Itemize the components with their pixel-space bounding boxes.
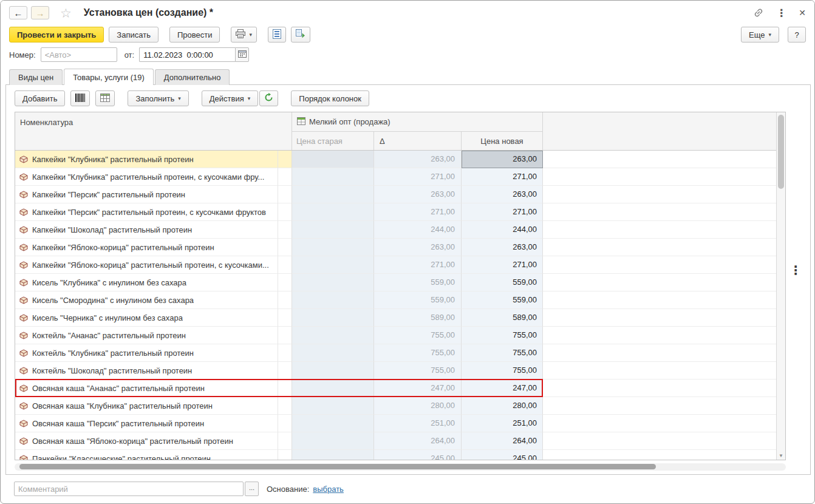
- price-group-header[interactable]: Мелкий опт (продажа): [292, 112, 542, 132]
- row-nomenclature-cell[interactable]: Коктейль "Ананас" растительный протеин: [15, 327, 278, 344]
- table-row[interactable]: Капкейки "Персик" растительный протеин 2…: [15, 186, 776, 203]
- date-input[interactable]: [139, 47, 235, 62]
- comment-more-button[interactable]: ...: [245, 482, 259, 496]
- row-spacer-cell[interactable]: [278, 327, 292, 344]
- row-delta-cell[interactable]: 251,00: [374, 415, 462, 432]
- table-row[interactable]: Кисель "Смородина" с инулином без сахара…: [15, 291, 776, 309]
- row-nomenclature-cell[interactable]: Капкейки "Клубника" растительный протеин…: [15, 168, 278, 186]
- document-list-button[interactable]: [268, 27, 286, 43]
- add-button[interactable]: Добавить: [15, 90, 65, 106]
- row-delta-cell[interactable]: 755,00: [374, 344, 462, 362]
- tab-price-types[interactable]: Виды цен: [9, 69, 63, 85]
- fill-button[interactable]: Заполнить ▾: [128, 90, 188, 106]
- table-row[interactable]: Капкейки "Клубника" растительный протеин…: [15, 168, 776, 186]
- row-spacer-cell[interactable]: [278, 415, 292, 432]
- table-row[interactable]: Капкейки "Яблоко-корица" растительный пр…: [15, 256, 776, 274]
- row-old-price-cell[interactable]: [292, 327, 374, 344]
- row-spacer-cell[interactable]: [278, 362, 292, 380]
- row-nomenclature-cell[interactable]: Овсяная каша "Яблоко-корица" растительны…: [15, 432, 278, 450]
- table-row[interactable]: Коктейль "Клубника" растительный протеин…: [15, 344, 776, 362]
- row-spacer-cell[interactable]: [278, 203, 292, 221]
- row-delta-cell[interactable]: 263,00: [374, 239, 462, 256]
- horizontal-scrollbar-thumb[interactable]: [19, 464, 656, 469]
- row-spacer-cell[interactable]: [278, 291, 292, 309]
- row-old-price-cell[interactable]: [292, 309, 374, 327]
- column-header-nomenclature[interactable]: Номенклатура: [15, 112, 292, 150]
- row-new-price-cell[interactable]: 559,00: [462, 274, 543, 291]
- table-row[interactable]: Овсяная каша "Яблоко-корица" растительны…: [15, 432, 776, 450]
- row-spacer-cell[interactable]: [278, 256, 292, 274]
- row-nomenclature-cell[interactable]: Кисель "Черника" с инулином без сахара: [15, 309, 278, 327]
- row-old-price-cell[interactable]: [292, 151, 374, 168]
- row-nomenclature-cell[interactable]: Коктейль "Клубника" растительный протеин: [15, 344, 278, 362]
- row-old-price-cell[interactable]: [292, 291, 374, 309]
- table-row[interactable]: Овсяная каша "Ананас" растительный проте…: [15, 380, 776, 397]
- table-row[interactable]: Кисель "Черника" с инулином без сахара 5…: [15, 309, 776, 327]
- table-row[interactable]: Овсяная каша "Клубника" растительный про…: [15, 397, 776, 415]
- comment-input[interactable]: [14, 482, 244, 496]
- table-row[interactable]: Капкейки "Персик" растительный протеин, …: [15, 203, 776, 221]
- row-spacer-cell[interactable]: [278, 239, 292, 256]
- column-header-old-price[interactable]: Цена старая: [292, 132, 374, 150]
- row-new-price-cell[interactable]: 271,00: [462, 256, 543, 274]
- row-new-price-cell[interactable]: 559,00: [462, 291, 543, 309]
- row-new-price-cell[interactable]: 271,00: [462, 168, 543, 186]
- row-spacer-cell[interactable]: [278, 221, 292, 239]
- row-nomenclature-cell[interactable]: Капкейки "Яблоко-корица" растительный пр…: [15, 256, 278, 274]
- row-spacer-cell[interactable]: [278, 168, 292, 186]
- row-delta-cell[interactable]: 559,00: [374, 291, 462, 309]
- row-old-price-cell[interactable]: [292, 239, 374, 256]
- vertical-scrollbar-thumb[interactable]: [778, 115, 784, 189]
- row-new-price-cell[interactable]: 755,00: [462, 327, 543, 344]
- row-new-price-cell[interactable]: 280,00: [462, 397, 543, 415]
- row-old-price-cell[interactable]: [292, 344, 374, 362]
- row-delta-cell[interactable]: 271,00: [374, 256, 462, 274]
- row-delta-cell[interactable]: 271,00: [374, 168, 462, 186]
- tab-goods-services[interactable]: Товары, услуги (19): [64, 69, 154, 85]
- row-new-price-cell[interactable]: 251,00: [462, 415, 543, 432]
- row-old-price-cell[interactable]: [292, 380, 374, 397]
- forward-button[interactable]: →: [31, 6, 49, 19]
- row-new-price-cell[interactable]: 247,00: [462, 380, 543, 397]
- menu-kebab-icon[interactable]: ⋮: [776, 7, 786, 19]
- calendar-button[interactable]: [235, 47, 249, 62]
- post-button[interactable]: Провести: [169, 27, 220, 43]
- save-button[interactable]: Записать: [109, 27, 159, 43]
- related-documents-button[interactable]: [291, 27, 310, 43]
- spreadsheet-button[interactable]: [95, 90, 115, 106]
- column-header-new-price[interactable]: Цена новая: [462, 132, 542, 150]
- row-new-price-cell[interactable]: 589,00: [462, 309, 543, 327]
- row-delta-cell[interactable]: 245,00: [374, 450, 462, 460]
- row-old-price-cell[interactable]: [292, 432, 374, 450]
- table-row[interactable]: Коктейль "Шоколад" растительный протеин …: [15, 362, 776, 380]
- table-row[interactable]: Капкейки "Шоколад" растительный протеин …: [15, 221, 776, 239]
- table-row[interactable]: Коктейль "Ананас" растительный протеин 7…: [15, 327, 776, 344]
- row-new-price-cell[interactable]: 263,00: [462, 186, 543, 203]
- row-new-price-cell[interactable]: 244,00: [462, 221, 543, 239]
- splitter-handle[interactable]: ⋮: [789, 267, 802, 274]
- row-old-price-cell[interactable]: [292, 450, 374, 460]
- row-delta-cell[interactable]: 263,00: [374, 151, 462, 168]
- more-button[interactable]: Еще ▾: [741, 27, 779, 43]
- back-button[interactable]: ←: [9, 6, 27, 19]
- row-old-price-cell[interactable]: [292, 256, 374, 274]
- actions-button[interactable]: Действия ▾: [202, 90, 259, 106]
- row-old-price-cell[interactable]: [292, 221, 374, 239]
- basis-link[interactable]: выбрать: [313, 485, 344, 494]
- history-button[interactable]: [259, 90, 278, 106]
- row-old-price-cell[interactable]: [292, 203, 374, 221]
- number-input[interactable]: [41, 47, 117, 62]
- help-button[interactable]: ?: [788, 27, 806, 43]
- row-nomenclature-cell[interactable]: Кисель "Клубника" с инулином без сахара: [15, 274, 278, 291]
- row-nomenclature-cell[interactable]: Овсяная каша "Ананас" растительный проте…: [15, 380, 278, 397]
- print-button[interactable]: ▾: [231, 27, 257, 43]
- horizontal-scrollbar[interactable]: [15, 463, 786, 471]
- row-spacer-cell[interactable]: [278, 380, 292, 397]
- row-spacer-cell[interactable]: [278, 309, 292, 327]
- link-icon[interactable]: [753, 7, 764, 18]
- row-nomenclature-cell[interactable]: Капкейки "Яблоко-корица" растительный пр…: [15, 239, 278, 256]
- column-header-delta[interactable]: Δ: [374, 132, 462, 150]
- row-nomenclature-cell[interactable]: Коктейль "Шоколад" растительный протеин: [15, 362, 278, 380]
- table-row[interactable]: Кисель "Клубника" с инулином без сахара …: [15, 274, 776, 291]
- tab-additional[interactable]: Дополнительно: [155, 69, 230, 85]
